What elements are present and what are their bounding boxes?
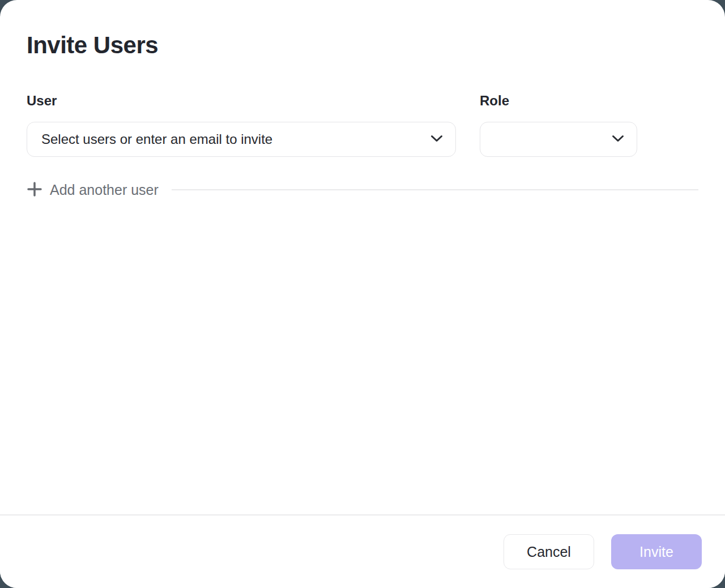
chevron-down-icon (612, 134, 624, 144)
dialog-footer: Cancel Invite (0, 514, 725, 588)
user-field-group: User Select users or enter an email to i… (27, 93, 456, 157)
dialog-title: Invite Users (27, 32, 698, 59)
role-select[interactable] (480, 122, 637, 157)
invite-form-row: User Select users or enter an email to i… (27, 93, 698, 157)
dialog-body: Invite Users User Select users or enter … (0, 0, 725, 200)
divider (172, 189, 698, 190)
role-label: Role (480, 93, 637, 109)
add-another-user-button[interactable]: Add another user (27, 181, 159, 199)
user-select[interactable]: Select users or enter an email to invite (27, 122, 456, 157)
user-label: User (27, 93, 456, 109)
chevron-down-icon (430, 134, 443, 144)
invite-users-dialog: Invite Users User Select users or enter … (0, 0, 725, 588)
role-field-group: Role (480, 93, 637, 157)
add-user-row: Add another user (27, 180, 698, 200)
user-select-placeholder: Select users or enter an email to invite (41, 131, 272, 147)
add-another-user-label: Add another user (50, 182, 159, 198)
invite-button[interactable]: Invite (611, 534, 702, 569)
cancel-button[interactable]: Cancel (504, 534, 594, 569)
plus-icon (27, 181, 42, 199)
